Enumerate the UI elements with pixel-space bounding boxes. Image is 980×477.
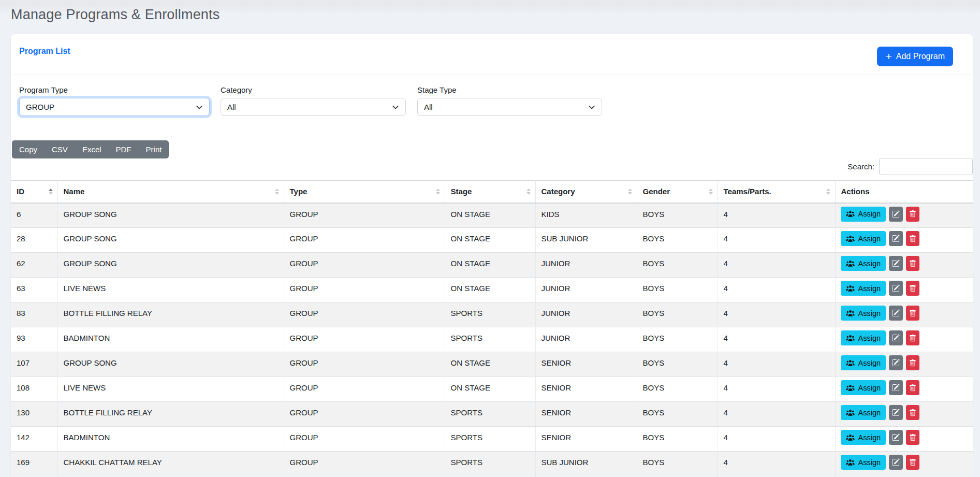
sort-icon [709, 189, 713, 195]
cell-id: 28 [11, 228, 57, 253]
column-label: Name [64, 187, 85, 196]
delete-button[interactable] [906, 430, 919, 445]
delete-button[interactable] [906, 455, 919, 470]
cell-type: GROUP [284, 327, 445, 352]
delete-button[interactable] [906, 231, 919, 246]
assign-button[interactable]: Assign [841, 256, 886, 271]
row-actions: Assign [841, 355, 969, 370]
cell-teams: 4 [718, 427, 835, 452]
assign-button[interactable]: Assign [841, 281, 886, 296]
edit-button[interactable] [889, 455, 903, 470]
delete-button[interactable] [906, 380, 919, 395]
column-label: Actions [841, 187, 870, 196]
assign-button[interactable]: Assign [841, 455, 886, 470]
assign-button-label: Assign [858, 259, 881, 268]
cell-stage: SPORTS [445, 452, 535, 476]
edit-button[interactable] [889, 330, 903, 345]
cell-name: LIVE NEWS [57, 278, 284, 302]
assign-button[interactable]: Assign [841, 330, 886, 345]
cell-actions: Assign [835, 203, 973, 228]
edit-icon [892, 458, 900, 466]
sort-icon [436, 189, 440, 195]
program-type-select[interactable]: GROUP [19, 98, 210, 116]
column-header-category[interactable]: Category [535, 181, 637, 203]
column-header-type[interactable]: Type [284, 181, 445, 203]
assign-button[interactable]: Assign [841, 231, 886, 246]
search-input[interactable] [879, 158, 973, 175]
assign-button[interactable]: Assign [841, 405, 886, 420]
export-copy-button[interactable]: Copy [12, 140, 45, 158]
delete-button[interactable] [906, 330, 919, 345]
column-header-teams[interactable]: Teams/Parts. [718, 181, 835, 203]
column-header-name[interactable]: Name [57, 181, 284, 203]
cell-id: 142 [11, 427, 57, 452]
column-header-id[interactable]: ID [11, 181, 57, 203]
add-program-button[interactable]: + Add Program [877, 47, 953, 66]
export-csv-button[interactable]: CSV [45, 140, 75, 158]
delete-button[interactable] [906, 281, 919, 296]
sort-icon [826, 189, 830, 195]
cell-gender: BOYS [637, 452, 718, 476]
export-print-button[interactable]: Print [139, 140, 169, 158]
assign-button[interactable]: Assign [841, 306, 886, 321]
assign-button-label: Assign [858, 458, 881, 467]
edit-button[interactable] [889, 256, 903, 271]
delete-button[interactable] [906, 256, 919, 271]
cell-actions: Assign [835, 302, 973, 327]
trash-icon [909, 210, 916, 218]
cell-teams: 4 [718, 402, 835, 427]
users-icon [846, 260, 855, 267]
delete-button[interactable] [906, 355, 919, 370]
assign-button[interactable]: Assign [841, 430, 886, 445]
cell-teams: 4 [718, 377, 835, 402]
delete-button[interactable] [906, 306, 919, 321]
cell-teams: 4 [718, 452, 835, 476]
cell-category: JUNIOR [535, 278, 637, 302]
assign-button-label: Assign [858, 235, 881, 243]
column-header-stage[interactable]: Stage [445, 181, 535, 203]
programs-table: IDNameTypeStageCategoryGenderTeams/Parts… [11, 180, 973, 477]
delete-button[interactable] [906, 405, 919, 420]
edit-icon [892, 284, 900, 292]
cell-id: 169 [11, 452, 57, 476]
assign-button[interactable]: Assign [841, 355, 886, 370]
cell-type: GROUP [284, 402, 445, 427]
export-button-group: CopyCSVExcelPDFPrint [12, 140, 169, 158]
edit-button[interactable] [889, 207, 903, 222]
export-pdf-button[interactable]: PDF [109, 140, 139, 158]
cell-name: GROUP SONG [57, 253, 284, 278]
stage-type-label: Stage Type [417, 85, 602, 94]
edit-button[interactable] [889, 405, 903, 420]
cell-stage: ON STAGE [445, 203, 535, 228]
edit-button[interactable] [889, 355, 903, 370]
assign-button[interactable]: Assign [841, 380, 886, 395]
card-header-divider [11, 75, 973, 75]
cell-stage: ON STAGE [445, 253, 535, 278]
export-excel-button[interactable]: Excel [75, 140, 109, 158]
edit-icon [892, 409, 900, 416]
cell-gender: BOYS [637, 377, 718, 402]
table-row: 108LIVE NEWSGROUPON STAGESENIORBOYS4 Ass… [11, 377, 973, 402]
edit-button[interactable] [889, 306, 903, 321]
table-row: 28GROUP SONGGROUPON STAGESUB JUNIORBOYS4… [11, 228, 973, 253]
cell-id: 6 [11, 203, 57, 228]
category-select[interactable]: All [221, 98, 406, 116]
cell-actions: Assign [835, 427, 973, 452]
cell-id: 83 [11, 302, 57, 327]
cell-teams: 4 [718, 278, 835, 302]
stage-type-select[interactable]: All [417, 98, 602, 116]
edit-button[interactable] [889, 380, 903, 395]
delete-button[interactable] [906, 207, 919, 222]
cell-actions: Assign [835, 253, 973, 278]
trash-icon [909, 359, 916, 367]
edit-icon [892, 334, 900, 342]
cell-type: GROUP [284, 203, 445, 228]
column-header-gender[interactable]: Gender [637, 181, 718, 203]
cell-type: GROUP [284, 427, 445, 452]
assign-button[interactable]: Assign [841, 207, 886, 222]
cell-type: GROUP [284, 377, 445, 402]
assign-button-label: Assign [858, 359, 881, 367]
edit-button[interactable] [889, 430, 903, 445]
edit-button[interactable] [889, 231, 903, 246]
edit-button[interactable] [889, 281, 903, 296]
